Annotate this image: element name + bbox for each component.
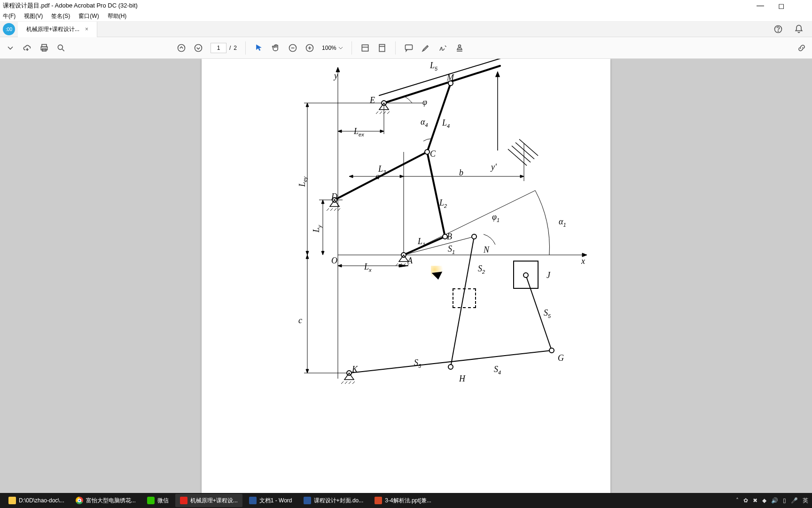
axis-x-label: x xyxy=(581,256,585,266)
fit-width-icon[interactable] xyxy=(360,43,370,53)
svg-line-86 xyxy=(519,139,538,156)
menu-sign[interactable]: 签名(S) xyxy=(51,12,70,20)
taskbar-item[interactable]: D:\0D\zhao-doc\... xyxy=(4,494,69,507)
tab-strip: :00 机械原理+课程设计... × xyxy=(0,22,812,37)
label-L1: L1 xyxy=(418,237,425,247)
stamp-icon[interactable] xyxy=(455,43,464,53)
chevron-down-icon[interactable] xyxy=(6,43,15,53)
title-bar: 课程设计题目.pdf - Adobe Acrobat Pro DC (32-bi… xyxy=(0,0,812,11)
point-G: G xyxy=(558,353,564,363)
minimize-button[interactable]: — xyxy=(750,1,771,10)
menu-help[interactable]: 帮助(H) xyxy=(108,12,127,20)
label-alpha1: α1 xyxy=(559,217,566,228)
label-L2: L2 xyxy=(439,198,447,209)
svg-point-64 xyxy=(549,348,554,353)
folder-icon xyxy=(8,497,16,504)
tray-flower-icon[interactable]: ✿ xyxy=(743,497,748,504)
sign-icon[interactable] xyxy=(438,43,447,53)
toolbar: / 2 100% xyxy=(0,37,812,59)
label-S2: S2 xyxy=(478,264,485,275)
menu-bar: 牛(F) 视图(V) 签名(S) 窗口(W) 帮助(H) xyxy=(0,11,812,22)
document-viewport[interactable]: y x O A B C D E G H J K M N L1 L2 L3 L4 … xyxy=(0,59,812,493)
word-icon xyxy=(304,497,311,504)
taskbar-item[interactable]: 3-4解析法.ppt[兼... xyxy=(370,494,436,507)
page-up-icon[interactable] xyxy=(177,43,186,53)
search-icon[interactable] xyxy=(56,43,66,53)
taskbar-item[interactable]: 机械原理+课程设... xyxy=(175,494,242,507)
pdf-page: y x O A B C D E G H J K M N L1 L2 L3 L4 … xyxy=(202,59,610,493)
tray-shield-icon[interactable]: ◆ xyxy=(762,497,766,504)
taskbar-item[interactable]: 文档1 - Word xyxy=(244,494,297,507)
help-icon[interactable] xyxy=(773,24,783,34)
point-N: N xyxy=(484,245,489,255)
label-L4: L4 xyxy=(442,118,450,129)
home-tab[interactable]: :00 xyxy=(0,22,18,37)
svg-line-48 xyxy=(384,66,500,103)
svg-line-78 xyxy=(387,111,390,114)
tray-mic-icon[interactable]: 🎤 xyxy=(791,497,798,504)
svg-point-5 xyxy=(58,45,62,49)
system-tray[interactable]: ˄ ✿ ✖ ◆ 🔊 ▯ 🎤 英 xyxy=(736,497,808,505)
bell-icon[interactable] xyxy=(794,24,804,34)
page-separator: / xyxy=(229,45,231,51)
menu-view[interactable]: 视图(V) xyxy=(24,12,43,20)
svg-line-49 xyxy=(379,59,502,95)
selection-arrow-icon[interactable] xyxy=(254,43,264,53)
label-phi: φ xyxy=(422,97,427,107)
label-S1: S1 xyxy=(448,244,455,255)
menu-file[interactable]: 牛(F) xyxy=(3,12,16,20)
maximize-button[interactable]: ◻ xyxy=(771,1,791,10)
save-cloud-icon[interactable] xyxy=(23,43,32,53)
label-b: b xyxy=(459,168,463,178)
label-Lx: Lx xyxy=(364,262,372,273)
zoom-out-icon[interactable] xyxy=(288,43,297,53)
point-B: B xyxy=(447,232,452,242)
taskbar-item[interactable]: 微信 xyxy=(142,494,173,507)
page-down-icon[interactable] xyxy=(194,43,203,53)
zoom-display[interactable]: 100% xyxy=(322,45,343,51)
svg-line-79 xyxy=(341,381,344,384)
label-a: a xyxy=(375,172,380,182)
point-C: C xyxy=(430,149,436,159)
label-alpha4: α4 xyxy=(421,117,428,128)
hand-pan-icon[interactable] xyxy=(271,43,281,53)
share-link-icon[interactable] xyxy=(797,43,806,53)
close-button[interactable] xyxy=(791,1,812,10)
selection-marquee xyxy=(453,288,476,308)
svg-rect-10 xyxy=(362,45,368,51)
svg-marker-25 xyxy=(400,175,404,178)
tray-x-icon[interactable]: ✖ xyxy=(753,497,757,504)
document-tab[interactable]: 机械原理+课程设计... × xyxy=(18,22,97,37)
svg-marker-89 xyxy=(496,72,500,77)
svg-point-63 xyxy=(448,365,453,369)
zoom-in-icon[interactable] xyxy=(305,43,314,53)
window-title: 课程设计题目.pdf - Adobe Acrobat Pro DC (32-bi… xyxy=(3,1,138,10)
mechanism-diagram: y x O A B C D E G H J K M N L1 L2 L3 L4 … xyxy=(202,59,610,493)
comment-icon[interactable] xyxy=(404,43,414,53)
label-y-prime: y' xyxy=(491,162,497,172)
page-total: 2 xyxy=(234,45,237,51)
svg-line-72 xyxy=(330,208,333,211)
svg-rect-11 xyxy=(379,44,385,51)
tray-volume-icon[interactable]: 🔊 xyxy=(771,497,778,504)
taskbar-item[interactable]: 课程设计+封面.do... xyxy=(299,494,368,507)
label-Ley: Ley xyxy=(297,176,308,187)
svg-line-85 xyxy=(515,143,534,159)
svg-point-7 xyxy=(195,44,202,51)
svg-line-67 xyxy=(396,263,398,266)
tray-battery-icon[interactable]: ▯ xyxy=(783,497,786,504)
chrome-icon xyxy=(76,497,83,504)
fit-page-icon[interactable] xyxy=(377,43,387,53)
print-icon[interactable] xyxy=(39,43,49,53)
highlight-icon[interactable] xyxy=(421,43,430,53)
tray-chevron-icon[interactable]: ˄ xyxy=(736,497,739,504)
svg-marker-30 xyxy=(338,264,342,267)
page-input[interactable] xyxy=(211,43,226,53)
menu-window[interactable]: 窗口(W) xyxy=(78,12,99,20)
ime-indicator[interactable]: 英 xyxy=(803,497,808,505)
svg-line-81 xyxy=(349,381,351,384)
tab-close-button[interactable]: × xyxy=(85,26,88,32)
label-Ly: Ly xyxy=(312,225,322,233)
svg-line-73 xyxy=(334,208,336,211)
taskbar-item[interactable]: 富怡大型电脑绣花... xyxy=(71,494,141,507)
